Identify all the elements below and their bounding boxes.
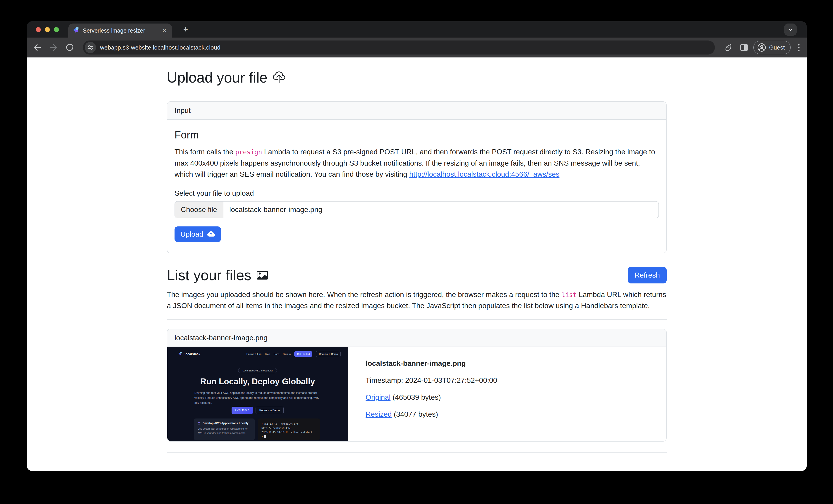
upload-section-title: Upload your file [167,69,667,86]
list-heading-row: List your files Refresh [167,267,667,284]
list-section-title: List your files [167,267,268,284]
file-title: localstack-banner-image.png [365,359,497,368]
leaf-bolt-icon [724,43,732,52]
file-card-header: localstack-banner-image.png [167,329,666,347]
terminal-line: ❯ [261,434,316,438]
side-panel-icon[interactable] [740,44,748,51]
input-card: Input Form This form calls the presign L… [167,101,667,253]
banner-feature-text: Use LocalStack as a drop-in replacement … [198,427,251,435]
energy-saver-button[interactable] [721,41,735,54]
terminal-prompt: ❯ [261,422,263,425]
input-card-body: Form This form calls the presign Lambda … [167,120,666,253]
browser-window: Serverless image resizer ✕ + [27,21,807,471]
minimize-window-button[interactable] [45,27,50,32]
cloud-arrow-up-icon [207,230,215,238]
form-title: Form [174,129,659,141]
banner-logo: LocalStack [178,352,200,356]
profile-button[interactable]: Guest [753,41,791,54]
banner-cta-demo: Request a Demo [256,407,284,414]
banner-nav-items: Pricing & Faq Blog Docs Sign In Get Star… [246,351,341,357]
desc-text: This form calls the [174,148,235,156]
upload-title-text: Upload your file [167,69,267,86]
upload-button[interactable]: Upload [174,226,221,242]
banner-nav: LocalStack Pricing & Faq Blog Docs Sign … [178,351,341,357]
banner-nav-link: Blog [265,353,270,355]
box-icon [198,422,201,425]
banner-feature-card: Develop AWS Applications Locally Use Loc… [194,419,255,440]
banner-demo-button: Request a Demo [316,351,341,357]
presign-code: presign [235,148,262,156]
reload-button[interactable] [63,41,76,54]
reload-icon [66,43,74,52]
close-window-button[interactable] [36,27,41,32]
screenshot-root: Serverless image resizer ✕ + [0,0,833,504]
desc-text: The images you uploaded should be shown … [167,291,562,299]
banner-paragraph: Develop and test your AWS applications l… [194,390,322,405]
terminal-line: 2023-11-15 10:12:18 hello-localstack [261,430,316,434]
terminal-cursor [264,435,266,438]
site-settings-button[interactable] [85,42,96,53]
upload-button-label: Upload [181,230,203,238]
page-content: Upload your file Input Form This form ca… [27,57,807,471]
banner-heading: Run Locally, Deploy Globally [167,377,348,386]
banner-bottom-cards: Develop AWS Applications Locally Use Loc… [194,419,320,440]
terminal-prompt: ❯ [261,435,263,438]
traffic-lights [36,27,59,32]
back-arrow-icon [32,43,42,52]
upload-description: This form calls the presign Lambda to re… [174,146,659,180]
menu-button[interactable] [796,44,801,51]
file-input[interactable]: Choose file localstack-banner-image.png [174,201,659,218]
ses-link[interactable]: http://localhost.localstack.cloud:4566/_… [409,170,559,178]
input-card-header: Input [167,102,666,120]
choose-file-button[interactable]: Choose file [175,202,223,218]
banner-get-started-button: Get Started [294,351,312,357]
banner-cta-get-started: Get Started [232,407,253,414]
terminal-command: aws s3 ls --endpoint-url http://localhos… [261,422,298,429]
file-card: localstack-banner-image.png [167,329,667,442]
tab-close-icon[interactable]: ✕ [162,28,167,33]
file-card-body: LocalStack Pricing & Faq Blog Docs Sign … [167,347,666,441]
main-container: Upload your file Input Form This form ca… [167,57,667,453]
list-title-text: List your files [167,267,251,284]
guest-label: Guest [769,44,785,51]
tab-search-button[interactable] [784,24,797,36]
file-thumbnail[interactable]: LocalStack Pricing & Faq Blog Docs Sign … [167,347,348,441]
forward-arrow-icon [49,43,58,52]
url-bar[interactable]: webapp.s3-website.localhost.localstack.c… [83,41,715,54]
tab-strip: Serverless image resizer ✕ + [27,21,807,37]
tab-serverless-image-resizer[interactable]: Serverless image resizer ✕ [68,24,172,37]
file-select-label: Select your file to upload [174,189,659,198]
maximize-window-button[interactable] [54,27,59,32]
image-icon [257,270,268,281]
banner-nav-link: Docs [274,353,279,355]
divider [167,452,667,453]
banner-cta-row: Get Started Request a Demo [167,407,348,414]
banner-logo-text: LocalStack [184,352,200,356]
tab-title: Serverless image resizer [83,27,158,34]
divider [167,93,667,93]
localstack-logo-icon [178,352,182,356]
browser-toolbar: webapp.s3-website.localhost.localstack.c… [27,37,807,57]
chevron-down-icon [788,27,793,32]
back-button[interactable] [30,41,44,54]
favicon [73,27,79,34]
forward-button[interactable] [47,41,60,54]
divider [167,319,667,320]
banner-nav-link: Pricing & Faq [246,353,261,355]
resized-size: (34077 bytes) [392,410,438,418]
toolbar-right-icons: Guest [721,41,801,54]
original-link[interactable]: Original [365,393,390,401]
new-tab-button[interactable]: + [180,24,191,36]
original-size: (465039 bytes) [390,393,441,401]
banner-feature-title-text: Develop AWS Applications Locally [203,422,248,425]
tune-icon [87,45,93,50]
banner-terminal: ❯ aws s3 ls --endpoint-url http://localh… [258,419,320,440]
refresh-button[interactable]: Refresh [628,267,667,283]
banner-feature-title: Develop AWS Applications Locally [198,422,251,425]
url-text[interactable]: webapp.s3-website.localhost.localstack.c… [100,44,220,51]
terminal-line: ❯ aws s3 ls --endpoint-url http://localh… [261,422,316,430]
resized-link[interactable]: Resized [365,410,392,418]
file-timestamp: Timestamp: 2024-01-03T07:27:52+00:00 [365,376,497,384]
original-row: Original (465039 bytes) [365,393,497,402]
guest-avatar-icon [757,43,766,52]
